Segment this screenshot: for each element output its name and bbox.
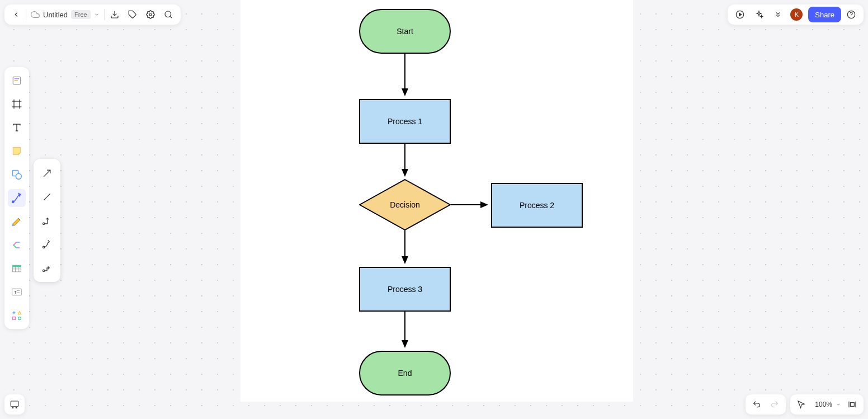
textbox-icon: T: [11, 288, 22, 296]
tag-icon: [128, 10, 137, 19]
back-button[interactable]: [8, 6, 25, 23]
zoom-value: 100%: [813, 401, 834, 408]
svg-point-4: [149, 13, 152, 16]
shape-icon: [11, 169, 22, 180]
divider: [26, 9, 26, 20]
node-process-1[interactable]: Process 1: [359, 99, 451, 144]
chevrons-down-icon: [774, 11, 782, 18]
collapse-button[interactable]: [769, 6, 787, 23]
fit-view-button[interactable]: [843, 396, 861, 413]
tool-connector[interactable]: [8, 189, 26, 207]
left-toolbar: T: [4, 67, 29, 329]
present-button[interactable]: [731, 6, 749, 23]
shapes-plus-icon: [11, 310, 22, 321]
svg-point-38: [43, 223, 45, 224]
node-start-label: Start: [397, 27, 413, 36]
frame-canvas[interactable]: Start Process 1 Decision Process 2 Proce…: [240, 0, 633, 402]
tool-sticky-note[interactable]: [8, 142, 26, 160]
search-button[interactable]: [159, 6, 177, 23]
tool-pen[interactable]: [8, 213, 26, 230]
mindmap-icon: [11, 239, 22, 251]
node-decision-label: Decision: [359, 179, 451, 230]
undo-button[interactable]: [748, 396, 766, 413]
tag-button[interactable]: [124, 6, 141, 23]
table-icon: [11, 263, 22, 274]
divider: [104, 9, 105, 20]
share-button[interactable]: Share: [808, 7, 841, 22]
zoom-panel: 100%: [790, 394, 864, 415]
svg-rect-29: [12, 289, 22, 295]
svg-rect-34: [13, 317, 16, 320]
plan-badge: Free: [71, 10, 91, 19]
note-block-icon: [11, 75, 22, 86]
tool-shape[interactable]: [8, 166, 26, 183]
presentation-panel-button[interactable]: [4, 394, 25, 415]
undo-icon: [752, 400, 761, 409]
top-left-toolbar: Untitled Free: [4, 4, 181, 25]
download-button[interactable]: [106, 6, 124, 23]
bottom-right-group: 100%: [746, 394, 864, 415]
doc-title-group[interactable]: Untitled Free: [27, 6, 103, 23]
sticky-note-icon: [11, 145, 22, 157]
node-decision[interactable]: Decision: [359, 179, 451, 230]
elbow-icon: [41, 215, 53, 226]
redo-button[interactable]: [766, 396, 784, 413]
svg-marker-8: [739, 13, 742, 16]
gear-icon: [146, 10, 155, 19]
arrow-up-right-icon: [41, 168, 53, 179]
redo-icon: [770, 400, 779, 409]
curved-connector-icon: [41, 238, 53, 249]
node-end[interactable]: End: [359, 351, 451, 396]
chevron-down-icon: [836, 402, 841, 407]
undo-redo-panel: [746, 394, 786, 415]
avatar[interactable]: K: [790, 8, 803, 21]
pen-icon: [11, 216, 22, 227]
svg-point-5: [165, 11, 171, 17]
connector-elbow[interactable]: [37, 210, 57, 230]
node-start[interactable]: Start: [359, 9, 451, 54]
svg-point-43: [16, 407, 17, 408]
help-button[interactable]: [842, 6, 860, 23]
svg-text:T: T: [14, 290, 17, 295]
node-process-2-label: Process 2: [520, 201, 554, 210]
svg-point-21: [16, 173, 21, 179]
frame-icon: [11, 98, 22, 110]
tool-text[interactable]: [8, 119, 26, 136]
svg-line-37: [44, 194, 50, 200]
tool-table[interactable]: [8, 260, 26, 277]
node-process-3-label: Process 3: [388, 285, 422, 294]
sparkle-button[interactable]: [750, 6, 768, 23]
cursor-mode-button[interactable]: [792, 396, 810, 413]
svg-rect-25: [13, 265, 21, 267]
slides-icon: [10, 399, 20, 409]
tool-textbox[interactable]: T: [8, 283, 26, 301]
connector-line[interactable]: [37, 187, 57, 207]
node-process-3[interactable]: Process 3: [359, 267, 451, 312]
settings-button[interactable]: [141, 6, 159, 23]
help-icon: [847, 10, 856, 19]
line-icon: [41, 191, 53, 203]
tool-more-shapes[interactable]: [8, 307, 26, 324]
cursor-icon: [797, 400, 806, 409]
svg-point-22: [12, 201, 14, 203]
connector-icon: [11, 192, 22, 204]
search-icon: [164, 10, 173, 19]
svg-point-40: [43, 270, 45, 271]
svg-point-42: [12, 407, 13, 408]
connector-straight-arrow[interactable]: [37, 163, 57, 183]
tool-frame[interactable]: [8, 95, 26, 113]
play-circle-icon: [735, 10, 744, 19]
svg-line-36: [44, 170, 50, 177]
connector-curved[interactable]: [37, 234, 57, 254]
zoom-dropdown[interactable]: 100%: [810, 396, 843, 413]
top-right-toolbar: K Share: [728, 4, 864, 25]
svg-line-6: [170, 16, 172, 18]
doc-title: Untitled: [43, 11, 68, 19]
download-icon: [110, 10, 119, 19]
node-process-2[interactable]: Process 2: [491, 183, 583, 228]
connector-step[interactable]: [37, 257, 57, 277]
tool-note-block[interactable]: [8, 72, 26, 90]
node-process-1-label: Process 1: [388, 117, 422, 126]
tool-mindmap[interactable]: [8, 236, 26, 254]
step-connector-icon: [41, 262, 53, 273]
